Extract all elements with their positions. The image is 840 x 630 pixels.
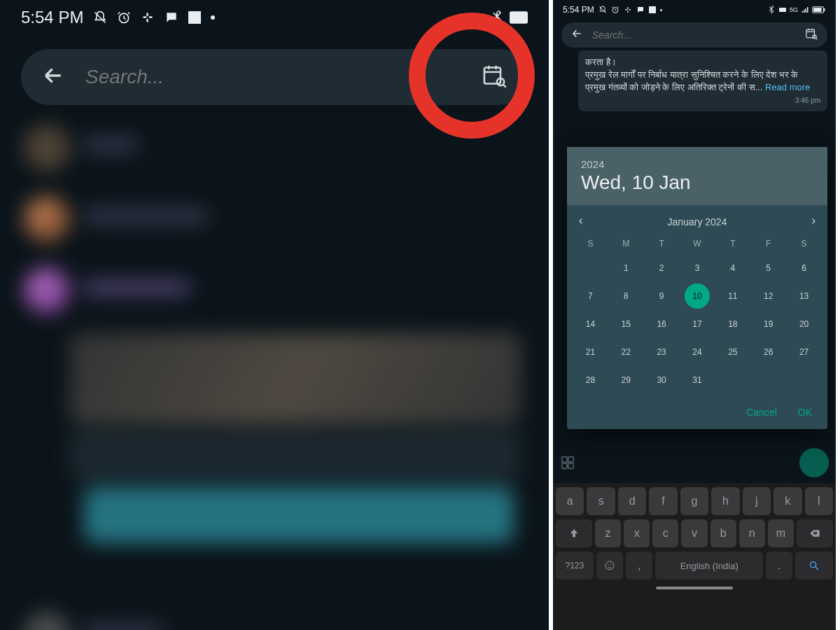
dp-day[interactable]: 24 xyxy=(685,340,710,365)
dp-day[interactable]: 4 xyxy=(720,255,746,281)
dp-day[interactable]: 31 xyxy=(685,368,710,393)
dp-day[interactable]: 3 xyxy=(685,255,710,281)
back-arrow-icon[interactable] xyxy=(42,64,64,90)
more-dot xyxy=(211,15,215,20)
dp-actions: Cancel OK xyxy=(567,400,827,429)
kb-key[interactable]: b xyxy=(710,519,736,547)
kb-key[interactable]: h xyxy=(711,487,739,515)
dp-day[interactable]: 9 xyxy=(649,284,674,309)
svg-rect-19 xyxy=(779,8,786,12)
dp-day[interactable]: 26 xyxy=(756,340,781,365)
dp-day[interactable]: 28 xyxy=(578,368,603,393)
dp-day[interactable]: 20 xyxy=(792,312,817,337)
search-key[interactable] xyxy=(795,552,833,580)
kb-key[interactable]: n xyxy=(739,519,765,547)
dp-day[interactable]: 17 xyxy=(685,312,710,337)
send-button[interactable] xyxy=(799,448,829,477)
kb-key[interactable]: c xyxy=(652,519,678,547)
keyboard: asdfghjkl zxcvbnm ?123 , English (India)… xyxy=(553,483,836,630)
kb-row-3: zxcvbnm xyxy=(556,519,833,547)
dp-day[interactable]: 22 xyxy=(613,340,638,365)
sticker-icon[interactable] xyxy=(560,455,575,470)
svg-rect-30 xyxy=(568,457,573,462)
numbers-key[interactable]: ?123 xyxy=(556,552,594,580)
kb-key[interactable]: k xyxy=(774,487,802,515)
dp-day[interactable]: 7 xyxy=(578,284,603,309)
search-input[interactable] xyxy=(85,66,461,88)
highlight-circle xyxy=(409,13,535,139)
dp-day[interactable]: 30 xyxy=(649,368,674,393)
prev-month-icon[interactable] xyxy=(577,216,585,227)
kb-key[interactable]: f xyxy=(649,487,677,515)
next-month-icon[interactable] xyxy=(809,216,818,227)
kb-key[interactable]: d xyxy=(618,487,646,515)
search-input-r[interactable] xyxy=(592,29,795,41)
dp-day[interactable]: 2 xyxy=(649,255,674,281)
kb-key[interactable]: s xyxy=(587,487,615,515)
kb-key[interactable]: v xyxy=(681,519,707,547)
dp-year[interactable]: 2024 xyxy=(581,158,813,170)
kb-key[interactable]: j xyxy=(743,487,771,515)
dp-day[interactable]: 25 xyxy=(720,340,746,365)
dp-day[interactable]: 23 xyxy=(649,340,674,365)
slack-icon xyxy=(624,6,632,14)
cancel-button[interactable]: Cancel xyxy=(746,407,777,418)
dp-day[interactable]: 18 xyxy=(720,312,746,337)
ok-button[interactable]: OK xyxy=(798,407,812,418)
dp-day[interactable]: 10 xyxy=(685,284,710,309)
svg-rect-21 xyxy=(824,8,825,11)
calendar-search-icon[interactable] xyxy=(805,27,818,43)
status-bar-r: 5:54 PM 5G xyxy=(553,0,836,20)
dp-day[interactable]: 12 xyxy=(756,284,781,309)
svg-rect-17 xyxy=(627,7,629,9)
shift-key[interactable] xyxy=(556,519,592,547)
dot-key[interactable]: . xyxy=(766,552,792,580)
kb-key[interactable]: x xyxy=(624,519,650,547)
kb-key[interactable]: m xyxy=(768,519,794,547)
dp-day[interactable]: 8 xyxy=(613,284,638,309)
dp-day[interactable]: 21 xyxy=(578,340,603,365)
chat-list-blurred xyxy=(0,112,549,630)
message-bubble: करता है। प्रमुख रेल मार्गों पर निर्बाध य… xyxy=(578,50,827,111)
message-time: 3:46 pm xyxy=(585,96,820,106)
svg-point-33 xyxy=(606,561,614,570)
dp-dow: S xyxy=(788,234,820,253)
volte-icon xyxy=(778,6,787,14)
status-left: 5:54 PM xyxy=(21,8,215,27)
kb-key[interactable]: g xyxy=(680,487,708,515)
dp-day[interactable]: 5 xyxy=(756,255,781,281)
dp-day[interactable]: 27 xyxy=(792,340,817,365)
backspace-key[interactable] xyxy=(797,519,833,547)
chat-icon xyxy=(636,6,645,14)
dp-day[interactable]: 14 xyxy=(578,312,603,337)
svg-rect-15 xyxy=(625,9,627,10)
bluetooth-icon xyxy=(767,6,776,14)
svg-rect-4 xyxy=(147,13,149,16)
svg-rect-32 xyxy=(568,463,573,468)
dp-day[interactable]: 16 xyxy=(649,312,674,337)
dp-day[interactable]: 29 xyxy=(613,368,638,393)
svg-rect-18 xyxy=(627,10,629,13)
dp-day[interactable]: 11 xyxy=(720,284,746,309)
dp-day[interactable]: 6 xyxy=(792,255,817,281)
emoji-key[interactable] xyxy=(596,552,623,580)
dp-grid: SMTWTFS123456789101112131415161718192021… xyxy=(567,234,827,400)
dp-day[interactable]: 13 xyxy=(792,284,817,309)
back-arrow-icon[interactable] xyxy=(571,28,582,42)
dp-month-nav: January 2024 xyxy=(567,205,827,234)
svg-rect-22 xyxy=(813,8,821,12)
dp-day[interactable]: 1 xyxy=(613,255,638,281)
space-key[interactable]: English (India) xyxy=(655,552,762,580)
comma-key[interactable]: , xyxy=(626,552,652,580)
dp-day[interactable]: 15 xyxy=(613,312,638,337)
kb-key[interactable]: a xyxy=(556,487,584,515)
read-more-link[interactable]: Read more xyxy=(765,82,810,92)
dp-dow: W xyxy=(681,234,714,253)
kb-key[interactable]: l xyxy=(805,487,833,515)
kb-row-4: ?123 , English (India) . xyxy=(556,552,833,580)
dp-month-label[interactable]: January 2024 xyxy=(668,216,727,227)
status-time-r: 5:54 PM xyxy=(563,5,594,15)
dp-day[interactable]: 19 xyxy=(756,312,781,337)
dp-full-date[interactable]: Wed, 10 Jan xyxy=(581,172,813,194)
kb-key[interactable]: z xyxy=(595,519,621,547)
